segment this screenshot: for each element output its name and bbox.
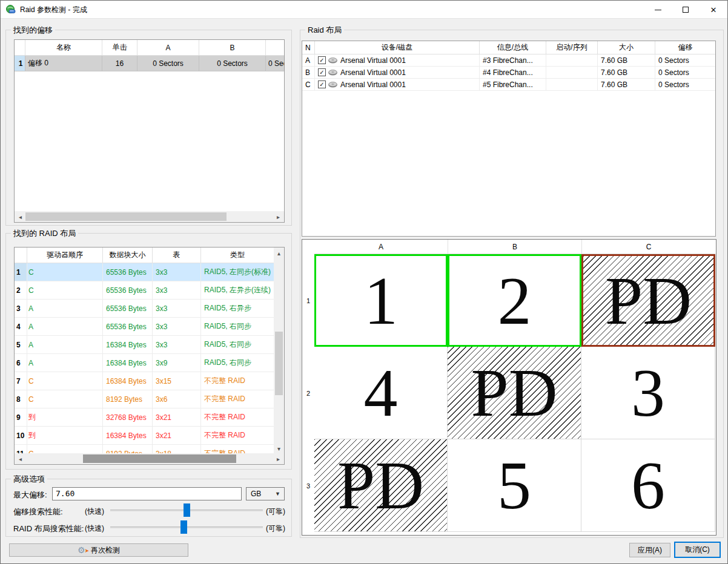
max-offset-input[interactable]: 7.60	[52, 487, 242, 500]
column-header-offset[interactable]: 偏移	[655, 41, 715, 54]
disk-row[interactable]: A ✓ Arsenal Virtual 0001 #3 FibreChan...…	[302, 54, 715, 67]
scroll-up-icon[interactable]: ▴	[274, 249, 284, 258]
layout-row[interactable]: 5 A 16384 Bytes 3x3 RAID5, 右同步	[15, 336, 274, 354]
row-number: 9	[15, 408, 27, 427]
column-header-rownum[interactable]	[15, 40, 25, 56]
block-cell: 16384 Bytes	[103, 336, 153, 354]
offsets-h-scrollbar[interactable]: ◂ ▸	[15, 211, 284, 222]
layout-perf-slider-thumb[interactable]	[180, 520, 187, 534]
grid-cell-3a[interactable]: PD	[314, 439, 448, 532]
column-header-info[interactable]: 信息/总线	[480, 41, 546, 54]
column-header-type[interactable]: 类型	[201, 248, 274, 263]
raid-grid: A B C 1 2 3 1 2 PD 4 PD 3 PD 5 6	[302, 239, 716, 536]
block-cell: 16384 Bytes	[103, 354, 153, 372]
type-cell: 不完整 RAID	[201, 372, 274, 390]
fast-label: (快速)	[85, 523, 104, 534]
check-icon: ✓	[319, 81, 324, 88]
disk-letter-cell: A	[302, 54, 315, 67]
column-header-device[interactable]: 设备/磁盘	[315, 41, 480, 54]
close-button[interactable]: ✕	[700, 1, 727, 19]
raid-layout-group: Raid 布局 N 设备/磁盘 信息/总线 启动/序列 大小 偏移 A ✓	[300, 30, 724, 538]
layout-row[interactable]: 2 C 65536 Bytes 3x3 RAID5, 左异步(连续)	[15, 281, 274, 300]
grid-row-header-3: 3	[302, 439, 314, 532]
layouts-h-scrollbar[interactable]: ◂ ▸	[15, 453, 284, 464]
table-cell: 3x6	[153, 390, 201, 408]
row-number: 5	[15, 336, 27, 354]
check-icon: ✓	[319, 57, 324, 64]
grid-cell-2c[interactable]: 3	[581, 347, 715, 439]
h-scroll-thumb[interactable]	[25, 212, 227, 221]
offset-cell: 0 Sectors	[655, 54, 715, 67]
scroll-down-icon[interactable]: ▾	[274, 444, 284, 453]
column-header-order[interactable]: 驱动器顺序	[27, 248, 103, 263]
column-header-a[interactable]: A	[137, 40, 199, 56]
column-header-extra[interactable]	[266, 40, 284, 56]
grid-cell-3c[interactable]: 6	[581, 439, 715, 532]
column-header-size[interactable]: 大小	[598, 41, 655, 54]
grid-row-header-1: 1	[302, 254, 314, 347]
row-number: 6	[15, 354, 27, 372]
check-icon: ✓	[319, 69, 324, 76]
column-header-b[interactable]: B	[199, 40, 266, 56]
info-cell: #4 FibreChan...	[480, 67, 546, 79]
cancel-button[interactable]: 取消(C)	[674, 542, 721, 558]
column-header-name[interactable]: 名称	[25, 40, 102, 56]
device-name: Arsenal Virtual 0001	[340, 56, 406, 65]
grid-cell-1c[interactable]: PD	[581, 254, 715, 347]
unit-combo[interactable]: GB ▼	[246, 487, 285, 500]
layout-row[interactable]: 8 C 8192 Bytes 3x6 不完整 RAID	[15, 390, 274, 408]
layout-row[interactable]: 7 C 16384 Bytes 3x15 不完整 RAID	[15, 372, 274, 390]
maximize-button[interactable]	[672, 1, 700, 19]
device-cell: ✓ Arsenal Virtual 0001	[315, 67, 480, 79]
disk-icon	[328, 57, 337, 64]
scroll-left-icon[interactable]: ◂	[16, 453, 25, 464]
detect-again-button[interactable]: ⚙ ➤ 再次检测	[9, 543, 188, 557]
grid-cell-1a[interactable]: 1	[314, 254, 448, 347]
raid-layout-group-label: Raid 布局	[305, 25, 344, 36]
device-cell: ✓ Arsenal Virtual 0001	[315, 79, 480, 91]
grid-cell-2b[interactable]: PD	[448, 347, 581, 439]
disk-row[interactable]: C ✓ Arsenal Virtual 0001 #5 FibreChan...…	[302, 79, 715, 91]
disk-checkbox[interactable]: ✓	[318, 68, 326, 76]
layout-row[interactable]: 9 到 32768 Bytes 3x21 不完整 RAID	[15, 408, 274, 427]
scroll-right-icon[interactable]: ▸	[274, 211, 283, 222]
minimize-button[interactable]	[644, 1, 672, 19]
found-layouts-table: 驱动器顺序 数据块大小 表 类型 1 C 65536 Bytes 3x3 RAI…	[14, 247, 285, 465]
disk-checkbox[interactable]: ✓	[318, 80, 326, 88]
order-cell: C	[27, 372, 103, 390]
block-cell: 65536 Bytes	[103, 300, 153, 318]
column-header-click[interactable]: 单击	[102, 40, 137, 56]
column-header-block[interactable]: 数据块大小	[103, 248, 153, 263]
grid-cell-3b[interactable]: 5	[448, 439, 581, 532]
table-cell: 3x15	[153, 372, 201, 390]
grid-cell-1b[interactable]: 2	[448, 254, 581, 347]
layout-row[interactable]: 1 C 65536 Bytes 3x3 RAID5, 左同步(标准)	[15, 263, 274, 281]
column-header-n[interactable]: N	[302, 41, 315, 54]
offset-row[interactable]: 1 偏移 0 16 0 Sectors 0 Sectors 0 Sec	[15, 56, 284, 71]
block-cell: 16384 Bytes	[103, 372, 153, 390]
scroll-left-icon[interactable]: ◂	[16, 211, 25, 222]
fast-label: (快速)	[85, 507, 104, 517]
scroll-right-icon[interactable]: ▸	[274, 453, 283, 464]
layout-row[interactable]: 4 A 65536 Bytes 3x3 RAID5, 右同步	[15, 318, 274, 336]
offset-perf-slider-thumb[interactable]	[184, 503, 190, 517]
layout-row[interactable]: 6 A 16384 Bytes 3x9 RAID5, 右同步	[15, 354, 274, 372]
found-layouts-group-label: 找到的 RAID 布局	[11, 228, 78, 239]
column-header-rownum[interactable]	[15, 248, 27, 263]
disk-row[interactable]: B ✓ Arsenal Virtual 0001 #4 FibreChan...…	[302, 67, 715, 79]
apply-button[interactable]: 应用(A)	[629, 543, 670, 557]
grid-cell-2a[interactable]: 4	[314, 347, 448, 439]
column-header-boot[interactable]: 启动/序列	[546, 41, 598, 54]
layouts-v-scrollbar[interactable]: ▴ ▾	[274, 248, 284, 454]
maximize-icon	[683, 7, 689, 13]
layout-row[interactable]: 3 A 65536 Bytes 3x3 RAID5, 右异步	[15, 300, 274, 318]
h-scroll-thumb[interactable]	[83, 454, 236, 463]
v-scroll-thumb[interactable]	[275, 332, 283, 395]
found-layouts-header: 驱动器顺序 数据块大小 表 类型	[15, 248, 274, 263]
type-cell: RAID5, 右异步	[201, 300, 274, 318]
column-header-table[interactable]: 表	[153, 248, 201, 263]
device-name: Arsenal Virtual 0001	[340, 68, 406, 77]
block-cell: 8192 Bytes	[103, 390, 153, 408]
layout-row[interactable]: 10 到 16384 Bytes 3x21 不完整 RAID	[15, 427, 274, 445]
disk-checkbox[interactable]: ✓	[318, 56, 326, 64]
